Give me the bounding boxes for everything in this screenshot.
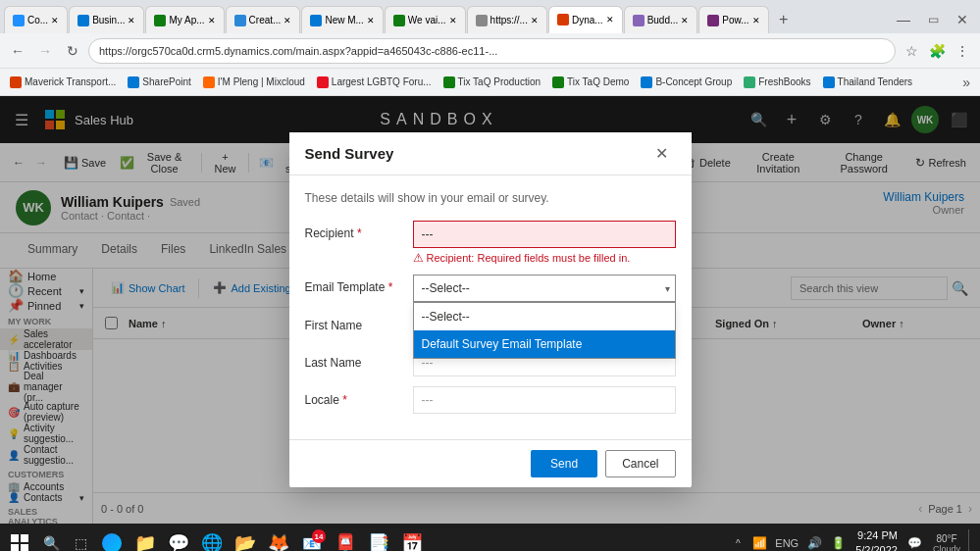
taskbar-powerpoint-icon[interactable]: 📑 <box>363 527 394 551</box>
bookmark-freshbooks[interactable]: FreshBooks <box>740 75 814 90</box>
dropdown-option-select[interactable]: --Select-- <box>414 303 675 330</box>
svg-rect-5 <box>21 534 28 542</box>
modal-footer: Send Cancel <box>289 439 692 487</box>
tab-close-2[interactable]: ✕ <box>128 16 135 25</box>
taskbar-search-button[interactable]: 🔍 <box>37 529 65 551</box>
tab-newm[interactable]: New M... ✕ <box>301 6 383 33</box>
bookmark-bconcept[interactable]: B-Concept Group <box>637 75 736 90</box>
modal-header: Send Survey ✕ <box>289 132 692 175</box>
taskbar-show-desktop-icon[interactable] <box>968 529 976 551</box>
bookmark-tixdemo[interactable]: Tix TaQ Demo <box>548 75 633 90</box>
taskbar-right-section: ^ 📶 ENG 🔊 🔋 9:24 PM 5/2/2022 💬 80°F Clou… <box>730 528 976 551</box>
tab-close-6[interactable]: ✕ <box>449 16 457 25</box>
email-template-select[interactable]: --Select-- ▾ <box>413 275 676 302</box>
tab-wevai[interactable]: We vai... ✕ <box>385 6 466 33</box>
tab-business[interactable]: Busin... ✕ <box>69 6 144 33</box>
bookmarks-bar: Maverick Transport... SharePoint I'M Ple… <box>0 69 980 96</box>
error-icon: ⚠ <box>413 251 424 265</box>
back-button[interactable]: ← <box>6 39 29 63</box>
locale-row: Locale * --- <box>305 386 676 414</box>
svg-rect-6 <box>11 544 19 551</box>
weather-desc: Cloudy <box>933 544 960 552</box>
taskbar-language[interactable]: ENG <box>773 537 800 549</box>
close-window-button[interactable]: ✕ <box>949 6 976 33</box>
email-template-label: Email Template * <box>305 275 413 294</box>
taskbar-edge-icon[interactable] <box>96 527 128 551</box>
weather-temp: 80°F <box>936 533 956 544</box>
tab-close-3[interactable]: ✕ <box>208 16 216 25</box>
taskbar-battery-icon[interactable]: 🔋 <box>828 529 848 551</box>
locale-value: --- <box>413 386 676 414</box>
browser-extension-icon[interactable]: 🧩 <box>925 39 949 63</box>
browser-address-bar: ← → ↻ https://orgc570ca0d.crm5.dynamics.… <box>0 33 980 69</box>
tab-dyna-active[interactable]: Dyna... ✕ <box>548 6 623 33</box>
taskbar-network-icon[interactable]: 📶 <box>749 529 769 551</box>
recipient-field: --- ⚠ Recipient: Required fields must be… <box>413 221 676 265</box>
bookmark-thailand[interactable]: Thailand Tenders <box>819 75 917 90</box>
browser-menu-icon[interactable]: ⋮ <box>951 39 974 63</box>
send-button[interactable]: Send <box>531 450 597 477</box>
taskbar-teams-icon[interactable]: 💬 <box>163 527 194 551</box>
address-input[interactable]: https://orgc570ca0d.crm5.dynamics.com/ma… <box>88 38 896 64</box>
tab-close-1[interactable]: ✕ <box>51 16 59 25</box>
email-template-dropdown-wrapper: --Select-- ▾ --Select-- Default Survey E… <box>413 275 676 302</box>
reload-button[interactable]: ↻ <box>61 39 84 63</box>
recipient-error: ⚠ Recipient: Required fields must be fil… <box>413 251 676 265</box>
tab-close-4[interactable]: ✕ <box>284 16 291 25</box>
tab-co[interactable]: Co... ✕ <box>4 6 68 33</box>
taskbar: 🔍 ⬚ 📁 💬 🌐 📂 🦊 📧 14 📮 📑 📅 ^ 📶 ENG <box>0 524 980 551</box>
d365-app: ☰ Sales Hub SANDBOX 🔍 + ⚙ ? 🔔 WK ⬛ ← → 💾… <box>0 96 980 524</box>
bookmark-maverick[interactable]: Maverick Transport... <box>6 75 120 90</box>
taskbar-volume-icon[interactable]: 🔊 <box>804 529 824 551</box>
bookmark-tixproduction[interactable]: Tix TaQ Production <box>439 75 544 90</box>
minimize-button[interactable]: — <box>890 6 917 33</box>
dropdown-arrow-icon: ▾ <box>665 283 670 294</box>
taskbar-outlook-icon[interactable]: 📮 <box>330 527 361 551</box>
modal-close-button[interactable]: ✕ <box>648 140 676 168</box>
taskbar-edge-icon-2[interactable]: 🌐 <box>196 527 228 551</box>
tab-myapp[interactable]: My Ap... ✕ <box>145 6 224 33</box>
taskbar-notification-panel-icon[interactable]: 💬 <box>905 529 925 551</box>
modal-body: These details will show in your email or… <box>289 175 692 439</box>
tab-close-5[interactable]: ✕ <box>367 16 375 25</box>
taskbar-firefox-icon[interactable]: 🦊 <box>263 527 294 551</box>
bookmarks-more-icon[interactable]: » <box>958 75 974 90</box>
tab-https[interactable]: https://... ✕ <box>467 6 547 33</box>
tab-close-7[interactable]: ✕ <box>531 16 539 25</box>
tab-close-10[interactable]: ✕ <box>752 16 760 25</box>
email-template-dropdown-list: --Select-- Default Survey Email Template <box>413 302 676 359</box>
new-tab-button[interactable]: + <box>770 6 798 33</box>
email-template-row: Email Template * --Select-- ▾ --Select--… <box>305 275 676 302</box>
taskbar-chevron-icon[interactable]: ^ <box>730 529 746 551</box>
start-menu-button[interactable] <box>4 527 35 551</box>
taskbar-datetime[interactable]: 9:24 PM 5/2/2022 <box>851 528 902 551</box>
tab-power[interactable]: Pow... ✕ <box>698 6 768 33</box>
recipient-label: Recipient * <box>305 221 413 240</box>
cancel-button[interactable]: Cancel <box>605 450 675 477</box>
bookmark-lgbtq[interactable]: Largest LGBTQ Foru... <box>313 75 436 90</box>
taskbar-files-icon[interactable]: 📂 <box>230 527 261 551</box>
tab-close-9[interactable]: ✕ <box>681 16 689 25</box>
bookmark-mixcloud[interactable]: I'M Pleng | Mixcloud <box>199 75 309 90</box>
taskbar-calendar-icon[interactable]: 📅 <box>396 527 428 551</box>
taskbar-badge-icon[interactable]: 📧 14 <box>296 527 328 551</box>
taskbar-explorer-icon[interactable]: 📁 <box>129 527 161 551</box>
dropdown-option-default-survey[interactable]: Default Survey Email Template <box>414 330 675 358</box>
maximize-button[interactable]: ▭ <box>919 6 947 33</box>
modal-overlay: Send Survey ✕ These details will show in… <box>0 96 980 524</box>
bookmark-star-icon[interactable]: ☆ <box>900 39 923 63</box>
bookmark-sharepoint[interactable]: SharePoint <box>124 75 194 90</box>
forward-button[interactable]: → <box>33 39 57 63</box>
tab-close-8[interactable]: ✕ <box>606 15 614 25</box>
taskbar-task-view-icon[interactable]: ⬚ <box>67 529 94 551</box>
tab-create[interactable]: Creat... ✕ <box>226 6 301 33</box>
modal-title: Send Survey <box>305 145 648 162</box>
tab-buddy[interactable]: Budd... ✕ <box>624 6 698 33</box>
send-survey-modal: Send Survey ✕ These details will show in… <box>289 132 692 487</box>
recipient-row: Recipient * --- ⚠ Recipient: Required fi… <box>305 221 676 265</box>
taskbar-weather-section[interactable]: 80°F Cloudy <box>929 533 964 552</box>
locale-label: Locale * <box>305 393 413 407</box>
modal-description: These details will show in your email or… <box>305 191 676 205</box>
svg-rect-7 <box>21 544 28 551</box>
browser-tab-bar: Co... ✕ Busin... ✕ My Ap... ✕ Creat... ✕… <box>0 0 980 33</box>
